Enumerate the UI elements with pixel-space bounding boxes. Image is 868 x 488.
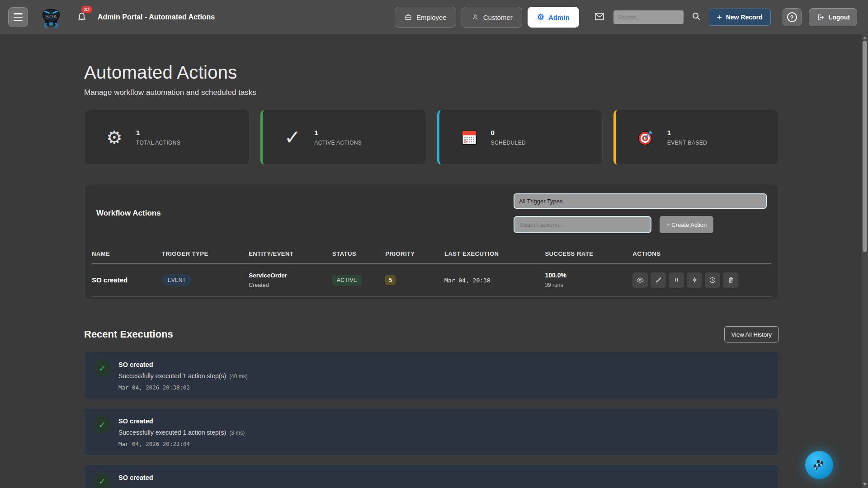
execution-message: Successfully executed 1 action step(s) [118, 372, 226, 380]
history-button[interactable] [705, 272, 720, 288]
tab-customer[interactable]: Customer [462, 7, 522, 28]
lightning-icon [691, 276, 698, 284]
col-entity-event: ENTITY/EVENT [249, 246, 332, 264]
stat-card-event-based: 1 EVENT-BASED [613, 110, 779, 165]
execution-message: Successfully executed 1 action step(s) [118, 429, 226, 436]
mail-button[interactable] [593, 10, 606, 24]
success-check-icon: ✓ [94, 473, 111, 488]
chat-fab-button[interactable] [805, 451, 833, 479]
delete-button[interactable] [723, 272, 738, 288]
trigger-now-button[interactable] [687, 272, 702, 288]
recent-executions-title: Recent Executions [84, 328, 173, 340]
execution-card: ✓ SO created [84, 465, 779, 488]
tab-label: Admin [548, 14, 570, 21]
trigger-type-badge: EVENT [162, 274, 192, 286]
col-actions: ACTIONS [632, 246, 771, 264]
eye-icon [636, 276, 644, 284]
view-all-history-button[interactable]: View All History [724, 326, 779, 343]
success-check-icon: ✓ [94, 416, 111, 433]
hamburger-menu-button[interactable] [8, 7, 28, 27]
row-action-buttons [632, 272, 771, 288]
pause-button[interactable] [669, 272, 684, 288]
gear-icon: ⚙ [106, 128, 123, 146]
app-logo: BOA [38, 3, 64, 31]
col-name: NAME [92, 246, 162, 264]
stat-value: 1 [136, 129, 180, 136]
event-name: Created [249, 282, 332, 288]
scrollbar-up-arrow[interactable] [863, 36, 867, 39]
hamburger-icon [14, 13, 23, 14]
global-search-input[interactable] [613, 10, 684, 24]
stats-row: ⚙ 1 TOTAL ACTIONS ✓ 1 ACTIVE ACTIONS [84, 110, 779, 165]
notifications-button[interactable]: 37 [76, 10, 88, 24]
table-row: SO created EVENT ServiceOrder Created AC… [92, 264, 771, 297]
execution-timestamp: Mar 04, 2026 20:38:02 [118, 384, 248, 391]
target-icon [637, 128, 655, 146]
stat-label: SCHEDULED [491, 140, 526, 146]
execution-duration: (3 ms) [229, 430, 245, 436]
stat-card-active-actions: ✓ 1 ACTIVE ACTIONS [260, 110, 426, 165]
tab-employee[interactable]: Employee [395, 7, 456, 28]
mail-icon [593, 10, 606, 22]
stat-card-total-actions: ⚙ 1 TOTAL ACTIONS [84, 110, 250, 165]
entity-name: ServiceOrder [249, 272, 332, 279]
help-button[interactable]: ? [783, 8, 802, 26]
workflow-actions-panel: Workflow Actions All Trigger Types + Cre… [84, 184, 779, 300]
actions-search-input[interactable] [514, 216, 651, 233]
success-rate-value: 100.0% [545, 272, 632, 279]
tab-label: Employee [416, 14, 447, 21]
search-icon [691, 11, 702, 22]
stat-value: 1 [314, 129, 362, 136]
stat-label: ACTIVE ACTIONS [314, 140, 362, 146]
execution-title: SO created [118, 473, 153, 481]
col-success-rate: SUCCESS RATE [545, 246, 632, 264]
trigger-type-select[interactable]: All Trigger Types [514, 193, 767, 209]
col-last-execution: LAST EXECUTION [444, 246, 545, 264]
recent-executions-section: Recent Executions View All History ✓ SO … [84, 326, 779, 488]
calendar-icon [461, 129, 478, 146]
plus-icon: + [717, 13, 722, 22]
tab-admin[interactable]: ⚙ Admin [528, 7, 579, 28]
question-icon: ? [787, 12, 797, 22]
execution-timestamp: Mar 04, 2026 20:22:04 [118, 441, 245, 447]
logout-icon [816, 13, 825, 22]
scrollbar-track[interactable] [862, 34, 868, 488]
topbar: BOA 37 Admin Portal - Automated Actions … [0, 0, 868, 34]
logout-button[interactable]: Logout [809, 8, 857, 26]
execution-title: SO created [118, 360, 248, 368]
logo-text: BOA [45, 14, 57, 19]
pencil-icon [655, 276, 662, 284]
priority-badge: 5 [385, 275, 396, 285]
robot-mascot-icon: BOA [38, 3, 64, 29]
execution-duration: (40 ms) [229, 373, 248, 380]
person-icon [471, 13, 479, 21]
briefcase-icon [404, 13, 412, 21]
execution-card: ✓ SO created Successfully executed 1 act… [84, 408, 779, 455]
execution-title: SO created [118, 416, 245, 425]
status-badge: ACTIVE [332, 275, 362, 286]
check-icon: ✓ [284, 127, 301, 147]
page-subtitle: Manage workflow automation and scheduled… [84, 88, 779, 97]
search-button[interactable] [691, 11, 702, 23]
main-content: Automated Actions Manage workflow automa… [84, 62, 779, 488]
table-header-row: NAME TRIGGER TYPE ENTITY/EVENT STATUS PR… [92, 246, 771, 264]
page-title: Automated Actions [84, 62, 779, 83]
action-name: SO created [92, 276, 127, 284]
create-action-button[interactable]: + Create Action [660, 216, 713, 233]
stat-label: TOTAL ACTIONS [136, 140, 180, 146]
new-record-button[interactable]: + New Record [709, 9, 771, 26]
stat-card-scheduled: 0 SCHEDULED [437, 110, 603, 165]
stat-label: EVENT-BASED [667, 140, 707, 146]
gear-icon: ⚙ [537, 13, 544, 21]
col-trigger-type: TRIGGER TYPE [162, 246, 249, 264]
notification-badge: 37 [81, 6, 92, 13]
view-button[interactable] [632, 272, 648, 288]
stat-value: 0 [491, 129, 526, 136]
clock-icon [708, 276, 717, 284]
edit-button[interactable] [651, 272, 666, 288]
scrollbar-thumb[interactable] [863, 41, 867, 252]
workflow-panel-title: Workflow Actions [96, 209, 161, 218]
trash-icon [727, 276, 735, 284]
col-status: STATUS [332, 246, 385, 264]
scrollbar-down-arrow[interactable] [863, 483, 867, 486]
